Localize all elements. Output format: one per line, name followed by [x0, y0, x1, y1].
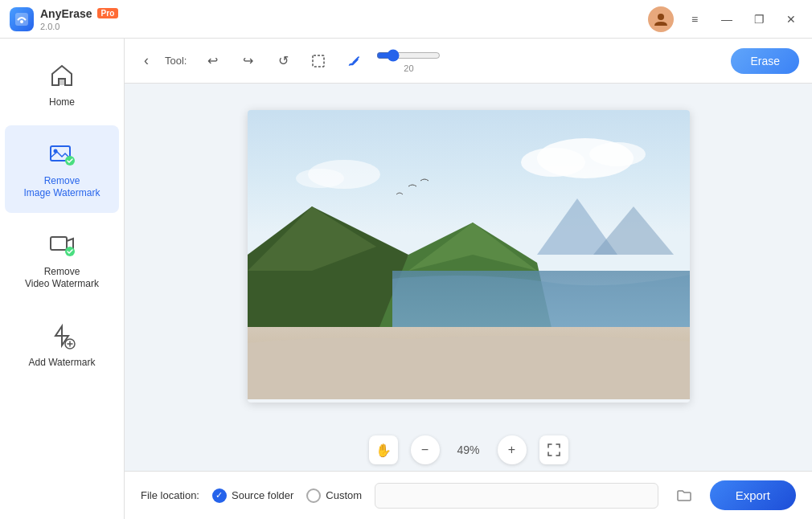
svg-rect-3: [59, 79, 65, 85]
zoom-in-button[interactable]: +: [498, 435, 527, 464]
sidebar-remove-image-label: RemoveImage Watermark: [24, 175, 100, 200]
sidebar-add-watermark-label: Add Watermark: [29, 357, 96, 370]
brush-tool-button[interactable]: [341, 48, 367, 74]
titlebar-left: AnyErase Pro 2.0.0: [10, 7, 118, 31]
zoom-out-button[interactable]: −: [411, 435, 440, 464]
maximize-button[interactable]: ❐: [748, 8, 770, 31]
canvas-area: [125, 84, 812, 429]
close-button[interactable]: ✕: [780, 8, 802, 31]
titlebar-right: ≡ — ❐ ✕: [648, 6, 802, 32]
remove-image-icon: [46, 138, 78, 170]
pro-badge: Pro: [97, 8, 119, 18]
source-folder-label: Source folder: [232, 489, 293, 501]
main-layout: Home RemoveImage Watermark: [0, 39, 812, 519]
sidebar: Home RemoveImage Watermark: [0, 39, 125, 519]
user-avatar-button[interactable]: [648, 6, 674, 32]
minimize-button[interactable]: —: [716, 8, 738, 31]
brush-size-control: 20: [376, 49, 441, 73]
home-icon: [46, 59, 78, 92]
sidebar-item-add-watermark[interactable]: Add Watermark: [5, 307, 119, 382]
svg-rect-7: [51, 237, 67, 250]
image-container: [248, 110, 690, 403]
brush-size-label: 20: [404, 63, 413, 73]
source-folder-option[interactable]: ✓ Source folder: [212, 488, 293, 503]
custom-option[interactable]: Custom: [306, 488, 362, 503]
sidebar-remove-video-label: RemoveVideo Watermark: [25, 266, 99, 291]
back-button[interactable]: ‹: [137, 49, 155, 72]
landscape-image: [248, 110, 690, 399]
svg-point-16: [296, 169, 344, 188]
menu-button[interactable]: ≡: [683, 8, 706, 31]
app-version: 2.0.0: [40, 22, 118, 31]
custom-radio[interactable]: [306, 488, 321, 503]
sidebar-item-home[interactable]: Home: [5, 47, 119, 122]
custom-label: Custom: [326, 489, 362, 501]
selection-tool-button[interactable]: [306, 48, 331, 74]
tool-label: Tool:: [165, 55, 187, 67]
zoom-percentage: 49%: [453, 443, 485, 456]
sidebar-item-remove-image[interactable]: RemoveImage Watermark: [5, 125, 119, 213]
svg-point-1: [20, 20, 23, 23]
svg-point-2: [658, 14, 664, 20]
path-input[interactable]: [375, 483, 658, 509]
svg-rect-10: [313, 55, 324, 67]
reset-button[interactable]: ↺: [270, 48, 296, 74]
app-icon: [10, 7, 34, 31]
undo-button[interactable]: ↩: [199, 48, 225, 74]
source-folder-radio[interactable]: ✓: [212, 488, 227, 503]
erase-button[interactable]: Erase: [731, 48, 799, 74]
svg-point-13: [521, 148, 585, 177]
toolbar: ‹ Tool: ↩ ↪ ↺ 20 Erase: [125, 39, 812, 84]
remove-video-icon: [46, 229, 78, 261]
export-button[interactable]: Export: [710, 480, 796, 510]
sidebar-home-label: Home: [49, 96, 75, 109]
hand-tool-button[interactable]: ✋: [369, 435, 398, 464]
sidebar-item-remove-video[interactable]: RemoveVideo Watermark: [5, 216, 119, 304]
brush-size-slider[interactable]: [376, 49, 441, 62]
redo-button[interactable]: ↪: [235, 48, 260, 74]
svg-point-14: [589, 142, 646, 166]
fullscreen-button[interactable]: [539, 435, 568, 464]
app-title-group: AnyErase Pro 2.0.0: [40, 7, 118, 31]
file-location-bar: File location: ✓ Source folder Custom Ex…: [125, 471, 812, 519]
title-bar: AnyErase Pro 2.0.0 ≡ — ❐ ✕: [0, 0, 812, 39]
svg-rect-0: [15, 13, 28, 26]
content-area: ‹ Tool: ↩ ↪ ↺ 20 Erase: [125, 39, 812, 519]
file-location-label: File location:: [141, 489, 199, 501]
app-name: AnyErase: [40, 7, 92, 20]
add-watermark-icon: [46, 320, 78, 352]
browse-folder-button[interactable]: [671, 483, 697, 509]
zoom-controls: ✋ − 49% +: [125, 429, 812, 471]
